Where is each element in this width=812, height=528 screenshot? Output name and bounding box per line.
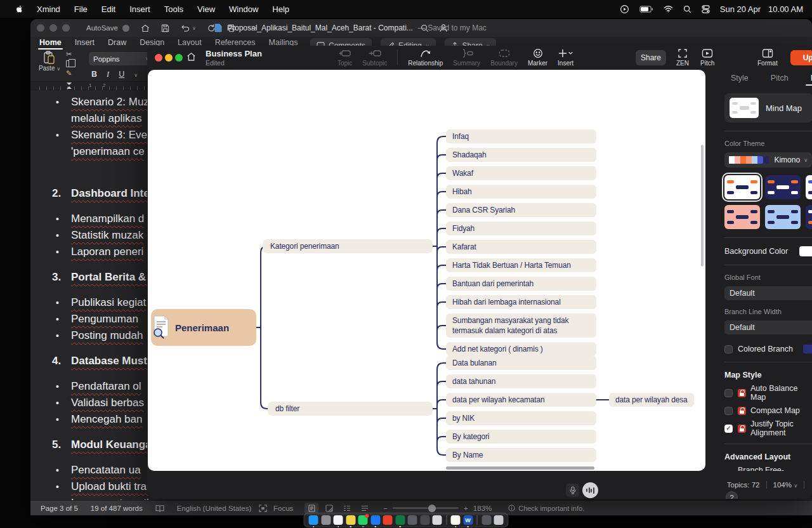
zoom-slider-knob[interactable] [428,505,436,512]
checkbox[interactable]: ✓ [724,389,733,397]
zoom-button[interactable] [175,54,183,62]
screen-mirroring-icon[interactable] [620,4,629,14]
subtopic-node[interactable]: By kategori [446,430,596,444]
structure-card[interactable]: Mind Map [724,93,812,122]
dock-app-icon[interactable] [446,515,447,525]
web-layout-view-button[interactable] [322,503,336,514]
menu-item[interactable]: Edit [95,4,122,14]
paste-button[interactable]: Paste ∨ [37,51,62,72]
summary-button[interactable]: Summary [453,48,480,67]
focus-label[interactable]: Focus [273,505,293,512]
panel-tab[interactable]: Map [809,71,812,85]
subtopic-node[interactable]: data per wilayah desa [609,393,694,407]
save-icon[interactable] [161,24,169,32]
theme-thumbnail[interactable] [724,175,760,199]
proofing-icon[interactable] [155,505,164,512]
indent-markers[interactable] [67,82,73,89]
wifi-icon[interactable] [664,5,673,13]
menu-item[interactable]: Insert [122,4,157,14]
dock-app-icon[interactable] [383,515,393,525]
horizontal-scrollbar[interactable] [446,466,594,470]
close-button[interactable] [37,24,44,32]
subtopic-node[interactable]: Infaq [446,129,596,143]
help-button[interactable]: ? [726,491,738,499]
share-button[interactable]: Share [636,50,666,65]
font-name-select[interactable]: Poppins∨ [89,52,154,65]
checkbox[interactable]: ✓ [724,407,733,415]
dock-app-icon[interactable] [370,515,380,525]
zen-mode-button[interactable]: ZEN [676,48,689,67]
branch-line-width-select[interactable]: Default [724,320,812,334]
language-indicator[interactable]: English (United States) [177,505,252,512]
format-panel-button[interactable]: Format [757,48,778,67]
ribbon-tab[interactable]: Home [39,37,62,48]
menu-item[interactable]: Tools [157,4,190,14]
dock-app-icon[interactable] [395,515,405,525]
minimize-button[interactable] [49,24,57,32]
theme-thumbnail[interactable] [806,205,812,229]
marker-button[interactable]: Marker [528,48,547,67]
relationship-button[interactable]: Relationship [408,48,443,67]
dock-app-icon[interactable] [309,515,318,525]
upgrade-button[interactable]: Upgrade [790,50,812,65]
microphone-icon[interactable] [566,484,579,497]
copy-icon[interactable] [66,60,72,67]
checkbox[interactable]: ✓ [724,471,733,472]
zoom-out-button[interactable]: − [383,505,388,512]
italic-button[interactable]: I [107,70,109,79]
dock-app-icon[interactable] [408,515,417,525]
central-topic[interactable]: Penerimaan [151,309,256,346]
theme-thumbnail[interactable] [806,175,812,199]
spotlight-search-icon[interactable] [683,5,691,13]
autosave-toggle[interactable] [122,25,129,32]
dock-app-icon[interactable] [321,515,331,525]
panel-tab[interactable]: Pitch [769,71,790,85]
subtopic-node[interactable]: data tahunan [446,374,596,388]
map-style-option[interactable]: ✓ Auto Balance Map [724,386,812,400]
advanced-layout-option[interactable]: ✓ Branch Free-Positioning [724,468,812,471]
home-icon[interactable] [141,24,150,32]
subtopic-node[interactable]: Data bulanan [446,356,596,370]
pitch-mode-button[interactable]: Pitch [700,48,714,67]
subtopic-node[interactable]: Hibah dari lembaga internasional [446,295,596,309]
dock-app-icon[interactable] [477,515,478,525]
subtopic-node[interactable]: Wakaf [446,166,596,180]
subtopic-node[interactable]: data per wilayah kecamatan [446,393,596,407]
theme-thumbnail[interactable] [765,205,801,229]
format-painter-icon[interactable]: ✎ [66,70,72,77]
canvas-zoom-level[interactable]: 104% ∨ [773,481,797,489]
dock-app-icon[interactable] [494,515,504,525]
map-style-option[interactable]: ✓ Justify Topic Alignment [724,421,812,435]
word-count[interactable]: 19 of 487 words [91,505,143,512]
subtopic-node[interactable]: Hibah [446,185,596,199]
zoom-percent[interactable]: 183% [473,505,492,512]
subtopic-node[interactable]: Fidyah [446,221,596,235]
subtopic-node[interactable]: Harta Tidak Bertuan / Harta Temuan [446,258,596,272]
dock-app-icon[interactable] [334,515,343,525]
outline-view-button[interactable] [340,503,354,514]
battery-icon[interactable] [639,6,653,13]
main-topic[interactable]: Kategori penerimaan [263,239,433,253]
draft-view-button[interactable] [358,503,372,514]
colored-branch-checkbox[interactable]: ✓ [724,345,733,353]
voice-level-indicator[interactable] [582,482,598,498]
global-font-select[interactable]: Default [724,286,812,300]
theme-thumbnail[interactable] [724,205,760,229]
main-topic[interactable]: db filter [268,402,433,416]
dock-app-icon[interactable] [420,515,429,525]
print-layout-view-button[interactable] [304,503,318,514]
close-button[interactable] [155,54,162,62]
menu-item[interactable]: Window [222,4,265,14]
panel-tab[interactable]: Style [730,71,750,85]
subtopic-node[interactable]: Kafarat [446,240,596,254]
background-color-swatch[interactable] [799,246,812,256]
cut-icon[interactable]: ✂ [66,51,72,58]
dock-app-icon[interactable] [433,515,442,525]
topic-button[interactable]: Topic [337,48,352,67]
boundary-button[interactable]: Boundary [490,48,518,67]
ribbon-tab[interactable]: Draw [108,37,126,48]
zoom-in-button[interactable]: + [464,505,468,512]
menu-item[interactable]: Help [265,4,296,14]
bold-button[interactable]: B [91,70,97,79]
zoom-button[interactable] [62,24,70,32]
